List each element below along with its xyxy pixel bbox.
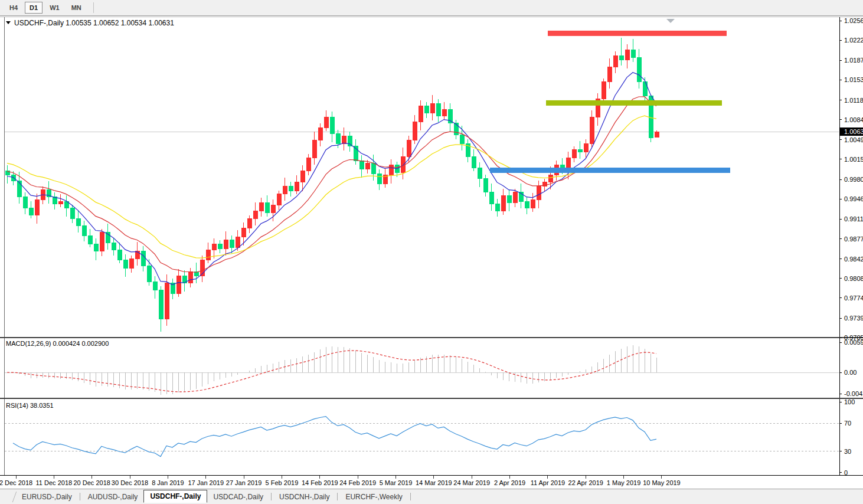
chart-canvas[interactable]: USDCHF-,Daily 1.00535 1.00652 1.00534 1.… — [0, 17, 863, 489]
tab-usdcnh-daily[interactable]: USDCNH-,Daily — [273, 491, 335, 503]
candle-body — [277, 194, 281, 205]
macd-label: MACD(12,26,9) 0.000424 0.002900 — [6, 340, 109, 347]
candle-body — [35, 199, 39, 215]
trading-app-window: H4 D1 W1 MN USDCHF-,Daily 1.00535 1.0065… — [0, 0, 863, 504]
candle-body — [165, 283, 169, 319]
candle-body — [295, 182, 299, 191]
candle-body — [82, 225, 86, 236]
tab-bar-edge — [6, 492, 17, 502]
candle-body — [271, 205, 275, 213]
candle-body — [590, 117, 594, 144]
date-axis-label: 27 Jan 2019 — [226, 479, 262, 486]
date-axis-label: 24 Mar 2019 — [453, 479, 490, 486]
candle-body — [460, 135, 464, 144]
candle-body — [159, 290, 163, 319]
tab-audusd-daily[interactable]: AUDUSD-,Daily — [82, 491, 144, 503]
candle-body — [442, 109, 446, 116]
candle-body — [607, 67, 612, 81]
price-axis-label: 0.99800 — [844, 176, 863, 183]
candle-body — [330, 117, 334, 133]
candle-body — [112, 243, 116, 250]
candle-body — [206, 250, 210, 260]
date-axis-label: 14 Feb 2019 — [302, 479, 338, 486]
timeframe-button-w1[interactable]: W1 — [45, 2, 64, 14]
candle-body — [365, 163, 370, 169]
candle-body — [253, 211, 257, 219]
date-axis-label: 14 Mar 2019 — [416, 479, 452, 486]
price-axis-label: 0.99110 — [844, 215, 863, 222]
candle-body — [88, 236, 92, 244]
chart-title: USDCHF-,Daily 1.00535 1.00652 1.00534 1.… — [14, 19, 174, 27]
macd-axis-label: -0.00424 — [844, 390, 863, 397]
candle-body — [324, 117, 328, 128]
candle-body — [436, 103, 440, 116]
candle-body — [318, 127, 322, 140]
support-band[interactable] — [490, 168, 730, 173]
candle-body — [230, 240, 234, 247]
chart-area[interactable]: USDCHF-,Daily 1.00535 1.00652 1.00534 1.… — [0, 17, 863, 489]
candle-body — [483, 178, 488, 192]
candle-body — [236, 237, 240, 248]
price-axis-label: 1.01180 — [844, 97, 863, 104]
date-axis[interactable]: 2 Dec 201811 Dec 201820 Dec 201830 Dec 2… — [0, 476, 681, 486]
candle-body — [637, 57, 641, 81]
candle-body — [619, 55, 623, 60]
candle-body — [631, 50, 635, 58]
candle-body — [501, 195, 505, 211]
candle-body — [613, 55, 617, 67]
tab-eurchf-weekly[interactable]: EURCHF-,Weekly — [339, 491, 408, 503]
timeframe-button-h4[interactable]: H4 — [5, 2, 22, 14]
candle-body — [602, 81, 606, 99]
candle-body — [430, 103, 434, 113]
candle-body — [241, 228, 246, 237]
tab-divider — [337, 493, 338, 500]
candle-body — [224, 240, 228, 248]
candle-body — [625, 50, 629, 60]
macd-axis-label: 0.00 — [844, 369, 857, 376]
candle-body — [371, 163, 375, 174]
rsi-axis-label: 70 — [844, 420, 851, 427]
resistance-band[interactable] — [548, 31, 727, 36]
candle-body — [265, 202, 269, 213]
date-axis-label: 11 Dec 2018 — [36, 479, 73, 486]
candle-body — [100, 233, 104, 251]
rsi-label: RSI(14) 38.0351 — [6, 402, 54, 409]
candle-body — [188, 271, 192, 283]
date-axis-label: 5 Feb 2019 — [266, 479, 299, 486]
candle-body — [413, 122, 417, 140]
timeframe-button-mn[interactable]: MN — [67, 2, 86, 14]
candle-body — [548, 175, 553, 182]
tab-usdcad-daily[interactable]: USDCAD-,Daily — [207, 491, 269, 503]
timeframe-button-d1[interactable]: D1 — [25, 2, 43, 14]
macd-axis-label: 0.00597 — [844, 339, 863, 346]
tab-usdchf-daily[interactable]: USDCHF-,Daily — [143, 490, 207, 503]
toolbar-separator — [93, 2, 94, 13]
candle-body — [153, 282, 157, 290]
candle-body — [424, 106, 429, 113]
candle-body — [117, 250, 122, 260]
price-axis-label: 0.97390 — [844, 315, 863, 322]
candle-body — [58, 201, 63, 204]
candle-body — [23, 197, 27, 208]
date-axis-label: 8 Jan 2019 — [152, 479, 184, 486]
candle-body — [70, 208, 74, 219]
price-axis-label: 1.01870 — [844, 57, 863, 64]
price-axis-label: 1.00840 — [844, 116, 863, 123]
price-axis-label: 1.02560 — [844, 17, 863, 24]
minor-resistance-band[interactable] — [546, 100, 722, 106]
candle-body — [531, 199, 535, 208]
candle-body — [359, 161, 364, 169]
date-axis-label: 10 May 2019 — [643, 479, 681, 486]
rsi-axis-label: 0 — [844, 469, 848, 476]
date-axis-label: 2 Apr 2019 — [494, 479, 525, 486]
candle-body — [478, 168, 482, 179]
tab-eurusd-daily[interactable]: EURUSD-,Daily — [16, 491, 78, 503]
candle-body — [283, 186, 287, 194]
price-axis-label: 0.98080 — [844, 275, 863, 282]
candle-body — [507, 195, 511, 202]
price-axis-label: 1.01530 — [844, 76, 863, 83]
timeframe-toolbar: H4 D1 W1 MN — [0, 0, 863, 16]
rsi-axis-label: 30 — [844, 448, 851, 455]
chart-tab-bar: EURUSD-,Daily AUDUSD-,Daily USDCHF-,Dail… — [0, 489, 863, 504]
candle-body — [401, 156, 405, 172]
